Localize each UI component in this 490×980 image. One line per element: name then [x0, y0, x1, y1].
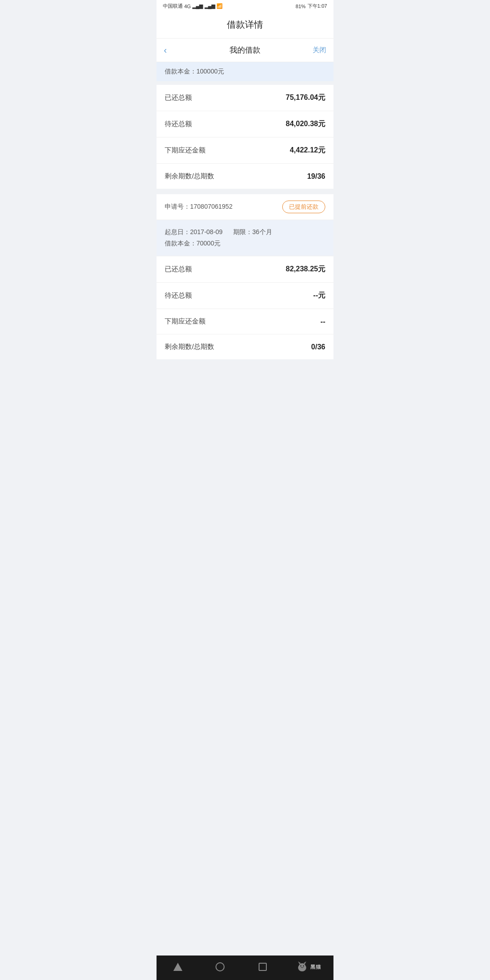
sub-repaid-total-label: 已还总额 [165, 265, 192, 274]
prepay-badge: 已提前还款 [282, 201, 325, 213]
sub-periods-label: 剩余期数/总期数 [165, 343, 214, 351]
sub-periods-value: 0/36 [311, 343, 325, 351]
term-text: 期限：36个月 [233, 228, 272, 235]
periods-row: 剩余期数/总期数 19/36 [157, 164, 333, 189]
application-header: 申请号：170807061952 已提前还款 [157, 194, 333, 220]
status-left: 中国联通 4G ▂▄▆ ▂▄▆ 📶 [163, 3, 223, 10]
nav-bar-inner: ‹ 我的借款 关闭 [164, 45, 326, 55]
repaid-total-label: 已还总额 [165, 93, 192, 102]
loan-detail-box: 起息日：2017-08-09 期限：36个月 借款本金：70000元 [157, 220, 333, 255]
nav-bar: ‹ 我的借款 关闭 [157, 39, 333, 62]
signal-text: 4G [184, 4, 191, 9]
sub-next-payment-row: 下期应还金额 -- [157, 309, 333, 334]
sub-remaining-total-label: 待还总额 [165, 291, 192, 300]
battery-text: 81% [296, 4, 306, 9]
repaid-total-row: 已还总额 75,176.04元 [157, 85, 333, 111]
page-title: 借款详情 [157, 19, 333, 31]
sub-next-payment-label: 下期应还金额 [165, 317, 206, 326]
sub-loan-principal: 借款本金：70000元 [165, 238, 325, 249]
loan-dates-row: 起息日：2017-08-09 期限：36个月 [165, 226, 325, 238]
sub-remaining-total-row: 待还总额 --元 [157, 283, 333, 309]
nav-title: 我的借款 [230, 45, 260, 55]
sub-repaid-total-row: 已还总额 82,238.25元 [157, 256, 333, 283]
remaining-total-row: 待还总额 84,020.38元 [157, 111, 333, 137]
start-date-text: 起息日：2017-08-09 [165, 228, 223, 235]
sub-loan-info-section: 已还总额 82,238.25元 待还总额 --元 下期应还金额 -- 剩余期数/… [157, 256, 333, 359]
app-number: 申请号：170807061952 [165, 203, 232, 211]
periods-label: 剩余期数/总期数 [165, 172, 214, 181]
loan-principal-text: 借款本金：100000元 [165, 68, 224, 75]
status-right: 81% 下午1:07 [296, 3, 327, 10]
next-payment-row: 下期应还金额 4,422.12元 [157, 137, 333, 164]
remaining-total-label: 待还总额 [165, 120, 192, 128]
sub-repaid-total-value: 82,238.25元 [286, 265, 325, 274]
next-payment-label: 下期应还金额 [165, 146, 206, 155]
back-button[interactable]: ‹ [164, 45, 167, 55]
wifi-icon: 📶 [216, 3, 223, 9]
close-button[interactable]: 关闭 [313, 46, 326, 54]
section-divider [157, 190, 333, 194]
status-bar: 中国联通 4G ▂▄▆ ▂▄▆ 📶 81% 下午1:07 [157, 0, 333, 12]
carrier-text: 中国联通 [163, 3, 183, 10]
loan-principal-banner: 借款本金：100000元 [157, 62, 333, 81]
sub-periods-row: 剩余期数/总期数 0/36 [157, 334, 333, 359]
periods-value: 19/36 [307, 172, 325, 181]
time-text: 下午1:07 [308, 3, 327, 10]
remaining-total-value: 84,020.38元 [286, 119, 325, 129]
next-payment-value: 4,422.12元 [290, 146, 325, 155]
summary-info-section: 已还总额 75,176.04元 待还总额 84,020.38元 下期应还金额 4… [157, 85, 333, 189]
page-title-bar: 借款详情 [157, 12, 333, 39]
repaid-total-value: 75,176.04元 [286, 93, 325, 103]
sub-next-payment-value: -- [320, 318, 325, 326]
signal-bars: ▂▄▆ ▂▄▆ [192, 3, 216, 9]
sub-remaining-total-value: --元 [313, 291, 325, 300]
